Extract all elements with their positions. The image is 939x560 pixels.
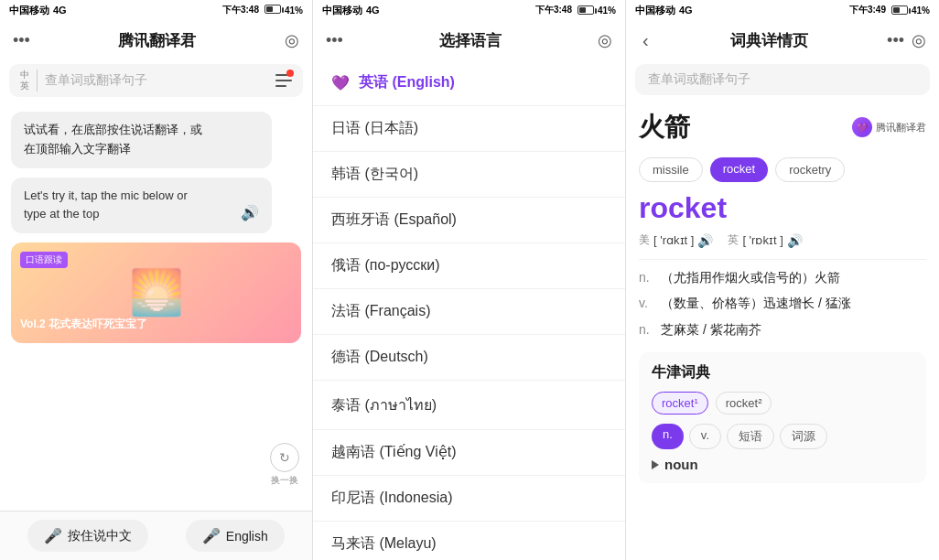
chat-bubble-chinese: 试试看，在底部按住说话翻译，或 在顶部输入文字翻译	[11, 112, 272, 168]
promo-card[interactable]: 🌅 口语跟读 Vol.2 花式表达吓死宝宝了	[11, 242, 301, 343]
dict-search-placeholder: 查单词或翻译句子	[648, 71, 750, 86]
network-1: 4G	[53, 5, 67, 16]
promo-illustration: 🌅	[129, 267, 184, 318]
lang-item-indonesian[interactable]: 印尼语 (Indonesia)	[313, 476, 625, 522]
oxford-section: 牛津词典 rocket¹ rocket² n. v. 短语 词源 noun	[639, 352, 926, 483]
lang-name-english: 英语 (English)	[359, 73, 455, 92]
oxford-tab-2[interactable]: rocket²	[716, 392, 772, 415]
word-english: rocket	[639, 191, 926, 225]
tag-rocket[interactable]: rocket	[710, 157, 768, 182]
pos-2: v.	[639, 293, 653, 313]
oxford-subtab-phrase[interactable]: 短语	[727, 424, 774, 449]
oxford-subtabs: n. v. 短语 词源	[652, 424, 913, 449]
tag-row: missile rocket rocketry	[639, 157, 926, 182]
scan-icon[interactable]: ◎	[285, 30, 299, 50]
lang-item-spanish[interactable]: 西班牙语 (Español)	[313, 198, 625, 243]
battery-percent-1: 41%	[285, 5, 303, 16]
uk-flag-label: 英	[728, 232, 739, 248]
chat-bubble-english: Let's try it, tap the mic below or type …	[11, 178, 272, 234]
tag-missile[interactable]: missile	[639, 157, 703, 182]
battery-icon-2	[577, 5, 594, 15]
carrier-1: 中国移动	[9, 4, 49, 17]
status-bar-1: 中国移动 4G 下午3:48 41%	[0, 0, 312, 20]
search-bar-1[interactable]: 中英 查单词或翻译句子	[9, 64, 303, 97]
lang-name-german: 德语 (Deutsch)	[331, 348, 428, 367]
lang-item-german[interactable]: 德语 (Deutsch)	[313, 335, 625, 381]
us-sound-button[interactable]: 🔊	[697, 233, 713, 248]
noun-text: noun	[664, 457, 698, 472]
back-button[interactable]: ‹	[639, 30, 653, 51]
status-left-2: 中国移动 4G	[322, 4, 380, 17]
mic-en-label: English	[226, 529, 268, 544]
lang-item-russian[interactable]: 俄语 (по-русски)	[313, 243, 625, 289]
lang-item-french[interactable]: 法语 (Français)	[313, 289, 625, 335]
word-chinese: 火箭	[639, 110, 690, 145]
tag-rocketry[interactable]: rocketry	[775, 157, 845, 182]
oxford-subtab-verb[interactable]: v.	[689, 424, 721, 449]
tencent-label: 腾讯翻译君	[876, 121, 926, 135]
change-label: 换一换	[271, 474, 298, 487]
lang-item-thai[interactable]: 泰语 (ภาษาไทย)	[313, 381, 625, 430]
definitions-list: n. （尤指用作烟火或信号的）火箭 v. （数量、价格等）迅速增长 / 猛涨 n…	[639, 267, 926, 339]
more-icon-2[interactable]: •••	[326, 31, 343, 50]
lang-item-korean[interactable]: 韩语 (한국어)	[313, 152, 625, 198]
lang-item-english[interactable]: 💜 英语 (English)	[313, 60, 625, 106]
sound-icon[interactable]: 🔊	[241, 201, 259, 225]
nav-bar-3: ‹ 词典详情页 ••• ◎	[626, 20, 939, 60]
battery-percent-2: 41%	[598, 5, 616, 16]
scan-icon-3[interactable]: ◎	[912, 30, 926, 50]
lang-item-japanese[interactable]: 日语 (日本語)	[313, 106, 625, 152]
status-left-3: 中国移动 4G	[635, 4, 693, 17]
lang-name-thai: 泰语 (ภาษาไทย)	[331, 393, 437, 416]
oxford-subtab-noun[interactable]: n.	[652, 424, 684, 449]
mic-cn-label: 按住说中文	[68, 528, 132, 544]
def-text-1: （尤指用作烟火或信号的）火箭	[661, 267, 926, 287]
lang-emoji-english: 💜	[331, 74, 350, 92]
promo-text: Vol.2 花式表达吓死宝宝了	[20, 317, 147, 332]
lang-switcher[interactable]: 中英	[20, 70, 38, 92]
network-2: 4G	[366, 5, 380, 16]
refresh-icon[interactable]: ↻	[270, 443, 299, 472]
oxford-title: 牛津词典	[652, 363, 913, 382]
more-icon-3[interactable]: •••	[887, 31, 904, 50]
lang-item-malay[interactable]: 马来语 (Melayu)	[313, 522, 625, 560]
lang-name-japanese: 日语 (日本語)	[331, 119, 418, 138]
scan-icon-2[interactable]: ◎	[598, 30, 612, 50]
mic-en-icon: 🎤	[202, 527, 221, 544]
phonetics-row: 美 [ 'rɑkɪt ] 🔊 英 [ 'rɒkɪt ] 🔊	[639, 232, 926, 248]
lang-name-korean: 韩语 (한국어)	[331, 165, 418, 184]
status-right: 下午3:48 41%	[222, 4, 303, 16]
lang-item-vietnamese[interactable]: 越南语 (Tiếng Việt)	[313, 430, 625, 476]
pos-1: n.	[639, 267, 653, 287]
change-button[interactable]: ↻ 换一换	[270, 443, 299, 487]
language-list: 💜 英语 (English) 日语 (日本語) 韩语 (한국어) 西班牙语 (E…	[313, 60, 625, 560]
mic-cn-icon: 🎤	[44, 527, 62, 544]
status-right-3: 下午3:49 41%	[849, 4, 930, 16]
noun-label: noun	[652, 457, 913, 472]
uk-phonetic-text: [ 'rɒkɪt ]	[742, 233, 782, 247]
dict-header: 火箭 💜 腾讯翻译君	[639, 101, 926, 150]
nav-bar-2: ••• 选择语言 ◎	[313, 20, 625, 60]
more-icon[interactable]: •••	[13, 31, 30, 50]
bottom-bar-1: 🎤 按住说中文 🎤 English	[0, 511, 312, 560]
play-icon[interactable]	[652, 460, 659, 469]
promo-badge: 口语跟读	[20, 252, 68, 268]
us-flag-label: 美	[639, 232, 650, 248]
dict-content: 火箭 💜 腾讯翻译君 missile rocket rocketry rocke…	[626, 101, 939, 560]
time-2: 下午3:48	[535, 4, 572, 16]
status-bar-3: 中国移动 4G 下午3:49 41%	[626, 0, 939, 20]
lang-name-spanish: 西班牙语 (Español)	[331, 210, 457, 230]
dict-search-bar[interactable]: 查单词或翻译句子	[635, 64, 930, 95]
carrier-3: 中国移动	[635, 4, 675, 17]
mic-cn-button[interactable]: 🎤 按住说中文	[27, 520, 148, 552]
panel-dictionary: 中国移动 4G 下午3:49 41% ‹ 词典详情页 ••• ◎ 查单词或翻译句…	[626, 0, 939, 560]
oxford-tab-1[interactable]: rocket¹	[652, 392, 708, 415]
uk-sound-button[interactable]: 🔊	[787, 233, 803, 248]
mic-en-button[interactable]: 🎤 English	[186, 520, 285, 552]
battery-percent-3: 41%	[912, 5, 930, 16]
status-right-2: 下午3:48 41%	[535, 4, 616, 16]
tencent-logo-icon: 💜	[852, 117, 872, 137]
dict-title: 词典详情页	[660, 30, 880, 51]
nav-bar-1: ••• 腾讯翻译君 ◎	[0, 20, 312, 60]
oxford-subtab-etymology[interactable]: 词源	[780, 424, 827, 449]
